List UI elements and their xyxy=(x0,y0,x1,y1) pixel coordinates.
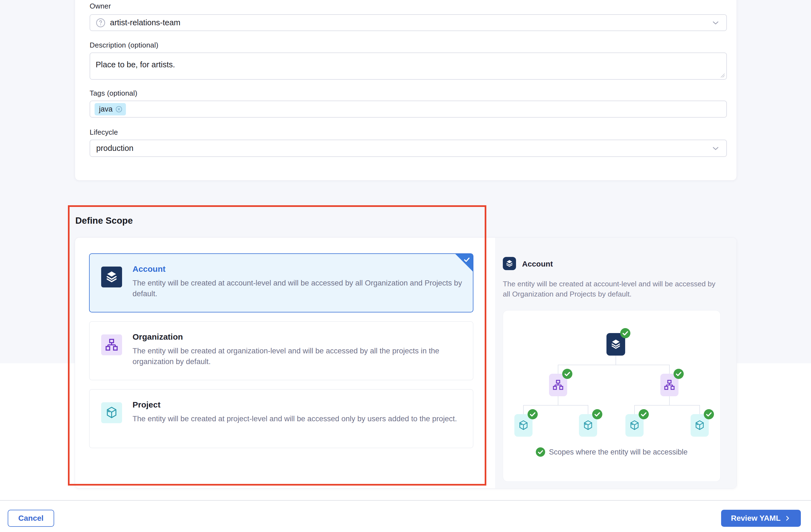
org-chart-icon xyxy=(105,338,119,352)
tags-input[interactable]: java xyxy=(90,100,727,118)
lifecycle-select[interactable]: production xyxy=(90,140,727,157)
scope-option-description: The entity will be created at account-le… xyxy=(133,278,464,299)
account-tile-small xyxy=(503,257,516,270)
scope-preview-panel: Account The entity will be created at ac… xyxy=(495,238,736,488)
scope-option-description: The entity will be created at organizati… xyxy=(133,345,464,367)
scope-option-account[interactable]: Account The entity will be created at ac… xyxy=(89,253,473,312)
layers-icon xyxy=(505,259,514,268)
account-tile xyxy=(101,267,122,287)
owner-label: Owner xyxy=(90,2,111,11)
scope-option-project[interactable]: Project The entity will be created at pr… xyxy=(89,389,473,448)
scope-option-title: Project xyxy=(133,400,160,409)
owner-select[interactable]: artist-relations-team xyxy=(90,14,727,31)
description-value: Place to be, for artists. xyxy=(96,60,175,69)
tree-connector xyxy=(523,405,588,406)
review-yaml-button[interactable]: Review YAML xyxy=(721,510,801,527)
scope-option-title: Organization xyxy=(133,332,183,342)
footer-divider xyxy=(0,500,811,501)
check-circle-icon xyxy=(592,409,602,419)
resize-handle-icon[interactable] xyxy=(719,72,725,78)
cancel-button-label: Cancel xyxy=(18,514,44,523)
review-yaml-label: Review YAML xyxy=(731,514,781,523)
scope-option-description: The entity will be created at project-le… xyxy=(133,413,464,424)
entity-details-card: Owner artist-relations-team Description … xyxy=(75,0,737,181)
tree-caption-text: Scopes where the entity will be accessib… xyxy=(549,448,688,456)
description-textarea[interactable]: Place to be, for artists. xyxy=(90,52,727,80)
question-circle-icon xyxy=(96,18,106,28)
tree-connector xyxy=(558,365,558,374)
chevron-down-icon[interactable] xyxy=(711,18,720,28)
scope-option-organization[interactable]: Organization The entity will be created … xyxy=(89,321,473,380)
check-circle-icon xyxy=(562,369,572,379)
tag-chip-java[interactable]: java xyxy=(95,103,126,115)
cube-icon xyxy=(517,419,530,432)
remove-tag-icon[interactable] xyxy=(115,106,123,113)
cube-icon xyxy=(628,419,641,432)
cube-icon xyxy=(105,406,119,420)
lifecycle-label: Lifecycle xyxy=(90,128,118,137)
cancel-button[interactable]: Cancel xyxy=(8,510,54,527)
cube-icon xyxy=(582,419,594,432)
layers-icon xyxy=(610,338,622,350)
check-icon xyxy=(463,255,471,264)
tree-connector xyxy=(523,405,524,414)
scope-option-title: Account xyxy=(133,264,166,274)
check-circle-icon xyxy=(639,409,649,419)
tree-connector xyxy=(588,405,588,414)
preview-title: Account xyxy=(522,260,553,268)
check-circle-icon xyxy=(704,409,714,419)
tree-connector xyxy=(669,365,670,374)
tree-caption: Scopes where the entity will be accessib… xyxy=(503,448,720,457)
owner-value: artist-relations-team xyxy=(110,18,180,27)
chevron-right-icon xyxy=(784,515,791,522)
tree-connector xyxy=(669,396,670,405)
tree-connector xyxy=(558,365,670,365)
tree-connector xyxy=(634,405,700,406)
description-label: Description (optional) xyxy=(90,41,158,49)
lifecycle-value: production xyxy=(96,144,133,153)
check-circle-icon xyxy=(536,448,545,457)
tree-connector xyxy=(634,405,635,414)
check-circle-icon xyxy=(527,409,538,419)
tags-label: Tags (optional) xyxy=(90,89,137,97)
org-chart-icon xyxy=(552,379,564,391)
tree-connector xyxy=(699,405,700,414)
check-circle-icon xyxy=(620,328,630,338)
project-tile xyxy=(101,402,122,423)
tree-connector xyxy=(558,396,558,405)
cube-icon xyxy=(694,419,706,432)
chevron-down-icon[interactable] xyxy=(711,144,720,153)
check-circle-icon xyxy=(674,369,684,379)
tree-connector xyxy=(615,356,616,365)
organization-tile xyxy=(101,334,122,355)
scope-tree-card: Scopes where the entity will be accessib… xyxy=(503,310,721,482)
define-scope-heading: Define Scope xyxy=(75,216,133,226)
preview-description: The entity will be created at account-le… xyxy=(503,279,720,299)
tag-chip-label: java xyxy=(99,105,113,113)
org-chart-icon xyxy=(663,379,675,391)
define-scope-card: Account The entity will be created at ac… xyxy=(75,237,737,489)
layers-icon xyxy=(105,270,119,284)
